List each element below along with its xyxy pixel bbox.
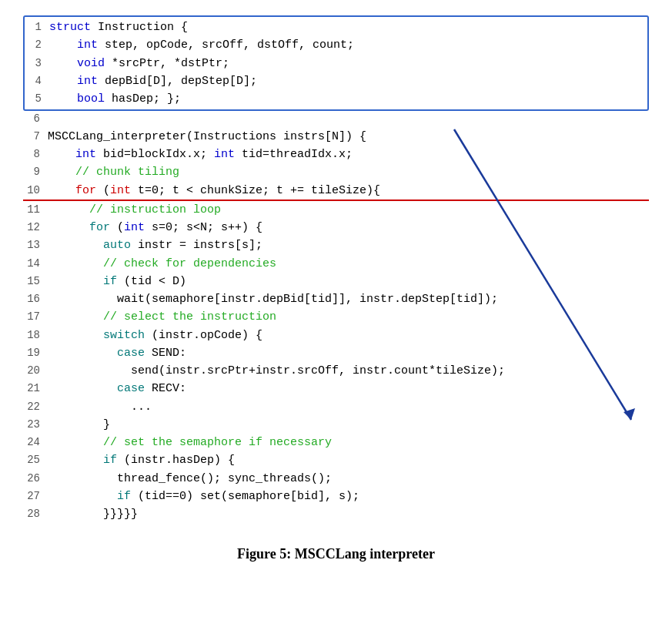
- token: [48, 329, 103, 342]
- token: // chunk tiling: [75, 166, 179, 179]
- code-line: 11 // instruction loop: [23, 201, 649, 219]
- token: [48, 401, 131, 414]
- line-content: // chunk tiling: [48, 163, 649, 181]
- line-content: for (int t=0; t < chunkSize; t += tileSi…: [48, 182, 649, 200]
- line-content: if (tid < D): [48, 273, 649, 290]
- token: MSCCLang_interpreter(Instructions instrs…: [48, 130, 366, 143]
- token: // select the instruction: [103, 310, 276, 324]
- token: [48, 347, 117, 360]
- code-line: 1struct Instruction {: [25, 18, 647, 36]
- line-content: bool hasDep; };: [49, 90, 647, 108]
- token: // instruction loop: [89, 203, 221, 216]
- token: [48, 221, 89, 234]
- token: (: [110, 221, 124, 234]
- line-number: 13: [23, 237, 40, 254]
- token: [48, 490, 117, 503]
- token: [48, 148, 75, 161]
- code-line: 2 int step, opCode, srcOff, dstOff, coun…: [25, 36, 647, 54]
- token: SEND:: [145, 347, 186, 360]
- token: hasDep; };: [105, 92, 181, 106]
- line-content: case SEND:: [48, 344, 649, 362]
- line-content: void *srcPtr, *dstPtr;: [49, 55, 647, 72]
- token: t=0; t < chunkSize; t += tileSize){: [131, 184, 380, 197]
- line-content: ...: [48, 398, 649, 416]
- line-content: for (int s=0; s<N; s++) {: [48, 219, 649, 236]
- token: wait(semaphore[instr.depBid[tid]], instr…: [117, 293, 498, 306]
- line-number: 4: [25, 73, 42, 90]
- token: [48, 203, 89, 216]
- code-line: 28 }}}}}: [23, 505, 649, 523]
- page-container: 1struct Instruction {2 int step, opCode,…: [0, 0, 672, 627]
- line-number: 6: [23, 111, 40, 128]
- code-line: 19 case SEND:: [23, 344, 649, 362]
- line-content: int depBid[D], depStep[D];: [49, 72, 647, 90]
- token: bid=blockIdx.x;: [96, 148, 214, 161]
- token: thread_fence(); sync_threads();: [117, 472, 332, 485]
- token: int: [77, 39, 98, 52]
- line-content: if (instr.hasDep) {: [48, 451, 649, 469]
- code-line: 15 if (tid < D): [23, 273, 649, 290]
- token: Instruction {: [98, 21, 188, 34]
- token: void: [77, 57, 105, 70]
- figure-caption: Figure 5: MSCCLang interpreter: [23, 546, 649, 562]
- code-line: 10 for (int t=0; t < chunkSize; t += til…: [23, 182, 649, 201]
- token: int: [214, 148, 235, 161]
- token: [49, 39, 77, 52]
- code-line: 27 if (tid==0) set(semaphore[bid], s);: [23, 488, 649, 505]
- code-line: 23 }: [23, 416, 649, 434]
- line-content: switch (instr.opCode) {: [48, 327, 649, 344]
- code-line: 7MSCCLang_interpreter(Instructions instr…: [23, 128, 649, 146]
- token: [48, 472, 117, 485]
- line-number: 5: [25, 91, 42, 108]
- token: tid=threadIdx.x;: [235, 148, 353, 161]
- code-line: 9 // chunk tiling: [23, 163, 649, 181]
- line-number: 11: [23, 202, 40, 219]
- line-content: }}}}}: [48, 505, 649, 523]
- line-number: 8: [23, 146, 40, 163]
- token: case: [117, 382, 145, 395]
- code-line: 12 for (int s=0; s<N; s++) {: [23, 219, 649, 236]
- line-content: send(instr.srcPtr+instr.srcOff, instr.co…: [48, 362, 649, 380]
- token: [48, 382, 117, 395]
- line-content: // check for dependencies: [48, 255, 649, 273]
- line-content: // set the semaphore if necessary: [48, 434, 649, 451]
- token: [48, 184, 75, 197]
- code-line: 16 wait(semaphore[instr.depBid[tid]], in…: [23, 290, 649, 308]
- token: int: [77, 75, 98, 88]
- line-number: 3: [25, 55, 42, 72]
- line-number: 25: [23, 452, 40, 469]
- token: [49, 57, 77, 70]
- line-content: wait(semaphore[instr.depBid[tid]], instr…: [48, 290, 649, 308]
- token: struct: [49, 21, 98, 34]
- token: [48, 293, 117, 306]
- line-number: 10: [23, 183, 40, 200]
- line-content: auto instr = instrs[s];: [48, 236, 649, 254]
- token: }: [48, 418, 110, 431]
- line-number: 22: [23, 399, 40, 416]
- struct-box: 1struct Instruction {2 int step, opCode,…: [23, 15, 649, 111]
- line-number: 19: [23, 345, 40, 362]
- token: auto: [103, 239, 131, 252]
- line-content: // instruction loop: [48, 201, 649, 219]
- line-content: }: [48, 416, 649, 434]
- code-line: 22 ...: [23, 398, 649, 416]
- code-line: 21 case RECV:: [23, 380, 649, 397]
- line-number: 9: [23, 164, 40, 181]
- code-line: 24 // set the semaphore if necessary: [23, 434, 649, 451]
- token: instr = instrs[s];: [131, 239, 262, 252]
- line-number: 26: [23, 471, 40, 488]
- token: if: [103, 454, 117, 467]
- token: (: [96, 184, 110, 197]
- line-number: 24: [23, 434, 40, 451]
- code-line: 17 // select the instruction: [23, 308, 649, 326]
- token: int: [124, 221, 145, 234]
- code-line: 8 int bid=blockIdx.x; int tid=threadIdx.…: [23, 146, 649, 163]
- token: step, opCode, srcOff, dstOff, count;: [98, 39, 354, 52]
- token: ...: [131, 401, 152, 414]
- token: case: [117, 347, 145, 360]
- line-number: 2: [25, 37, 42, 54]
- token: [49, 92, 77, 106]
- line-content: MSCCLang_interpreter(Instructions instrs…: [48, 128, 649, 146]
- token: bool: [77, 92, 105, 106]
- token: [48, 257, 103, 270]
